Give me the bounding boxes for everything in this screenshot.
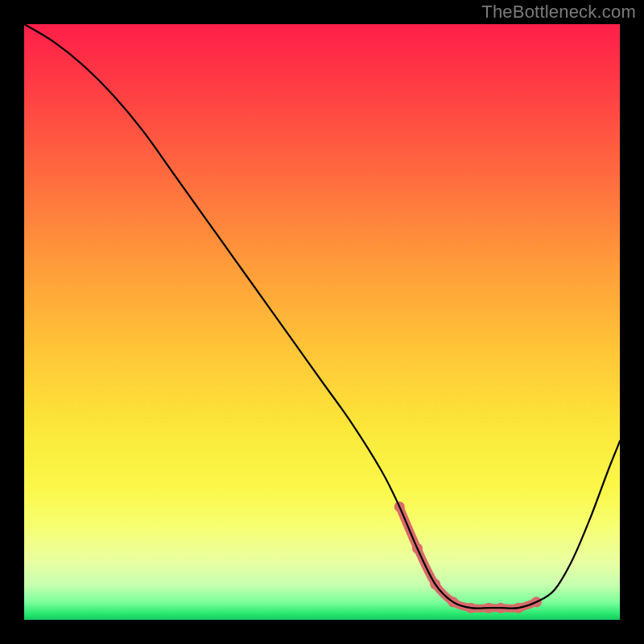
chart-frame: TheBottleneck.com bbox=[0, 0, 644, 644]
curve-svg bbox=[24, 24, 620, 620]
optimal-range-highlight bbox=[399, 506, 536, 608]
bottleneck-curve bbox=[24, 24, 620, 609]
watermark-text: TheBottleneck.com bbox=[481, 2, 636, 23]
highlight-dots bbox=[394, 502, 542, 613]
plot-area bbox=[24, 24, 620, 620]
